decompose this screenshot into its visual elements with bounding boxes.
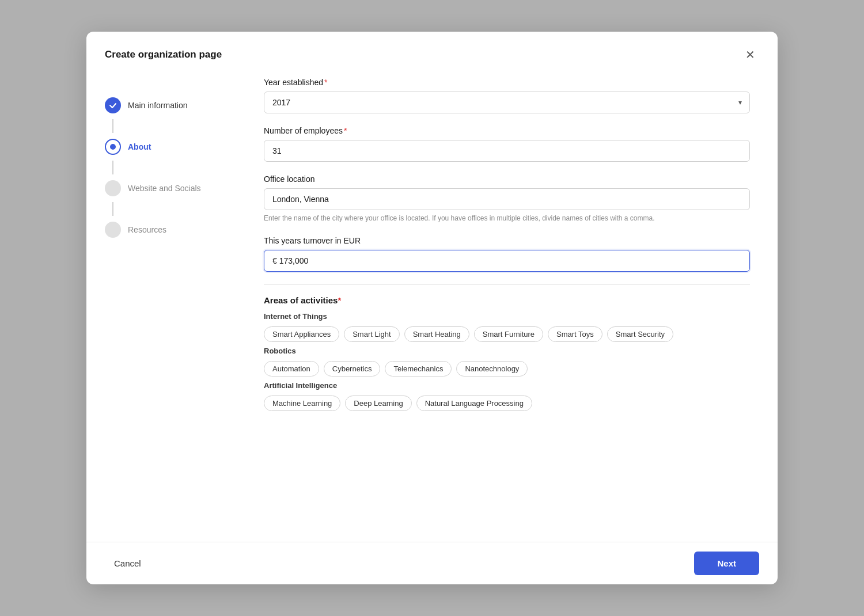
step-connector-1 <box>112 119 113 133</box>
divider <box>264 284 750 285</box>
areas-of-activities-group: Areas of activities* Internet of Things … <box>264 295 750 411</box>
turnover-group: This years turnover in EUR <box>264 236 750 272</box>
tag-nanotechnology[interactable]: Nanotechnology <box>456 361 528 377</box>
office-location-label: Office location <box>264 174 750 184</box>
year-established-label: Year established* <box>264 78 750 87</box>
year-established-select[interactable]: 2017 2018 2019 2020 2021 <box>264 92 750 113</box>
tag-smart-furniture[interactable]: Smart Furniture <box>474 326 543 342</box>
sidebar: Main information About Website and Socia… <box>86 73 236 542</box>
close-icon: ✕ <box>745 48 755 62</box>
year-established-required: * <box>324 78 327 87</box>
step-website-and-socials[interactable]: Website and Socials <box>105 174 218 202</box>
turnover-label: This years turnover in EUR <box>264 236 750 245</box>
tag-telemechanics[interactable]: Telemechanics <box>385 361 452 377</box>
office-location-group: Office location Enter the name of the ci… <box>264 174 750 223</box>
modal-overlay: Create organization page ✕ Main informat… <box>0 0 864 616</box>
robotics-tags-row: Automation Cybernetics Telemechanics Nan… <box>264 361 750 377</box>
step-icon-main-information <box>105 97 121 113</box>
next-button[interactable]: Next <box>694 552 759 575</box>
step-icon-resources <box>105 222 121 238</box>
tag-smart-heating[interactable]: Smart Heating <box>404 326 469 342</box>
modal: Create organization page ✕ Main informat… <box>86 32 778 584</box>
num-employees-label: Number of employees* <box>264 126 750 135</box>
step-about[interactable]: About <box>105 133 218 161</box>
tag-smart-toys[interactable]: Smart Toys <box>548 326 602 342</box>
step-icon-about <box>105 139 121 155</box>
areas-title: Areas of activities* <box>264 295 750 305</box>
modal-footer: Cancel Next <box>86 542 778 584</box>
close-button[interactable]: ✕ <box>741 45 759 64</box>
step-label-resources: Resources <box>128 225 166 234</box>
office-location-input[interactable] <box>264 188 750 210</box>
step-resources[interactable]: Resources <box>105 216 218 244</box>
year-established-select-wrapper: 2017 2018 2019 2020 2021 ▾ <box>264 92 750 113</box>
turnover-input[interactable] <box>264 250 750 272</box>
ai-tags-row: Machine Learning Deep Learning Natural L… <box>264 396 750 411</box>
office-location-hint: Enter the name of the city where your of… <box>264 213 750 223</box>
tag-smart-light[interactable]: Smart Light <box>344 326 399 342</box>
step-main-information[interactable]: Main information <box>105 92 218 119</box>
modal-body: Main information About Website and Socia… <box>86 73 778 542</box>
step-label-about: About <box>128 142 151 151</box>
step-connector-2 <box>112 161 113 174</box>
num-employees-group: Number of employees* <box>264 126 750 162</box>
num-employees-input[interactable] <box>264 140 750 162</box>
iot-tags-row: Smart Appliances Smart Light Smart Heati… <box>264 326 750 342</box>
tag-cybernetics[interactable]: Cybernetics <box>324 361 381 377</box>
tag-machine-learning[interactable]: Machine Learning <box>264 396 340 411</box>
form-area: Year established* 2017 2018 2019 2020 20… <box>236 73 778 542</box>
tag-smart-appliances[interactable]: Smart Appliances <box>264 326 339 342</box>
robotics-section-title: Robotics <box>264 347 750 355</box>
step-icon-website-and-socials <box>105 180 121 196</box>
modal-title: Create organization page <box>105 49 222 60</box>
ai-section-title: Artificial Intelligence <box>264 381 750 390</box>
tag-nlp[interactable]: Natural Language Processing <box>416 396 532 411</box>
tag-smart-security[interactable]: Smart Security <box>607 326 673 342</box>
step-label-main-information: Main information <box>128 101 188 110</box>
step-connector-3 <box>112 202 113 216</box>
step-dot-about <box>110 144 116 150</box>
iot-section-title: Internet of Things <box>264 312 750 321</box>
modal-header: Create organization page ✕ <box>86 32 778 73</box>
cancel-button[interactable]: Cancel <box>105 553 150 574</box>
num-employees-required: * <box>344 126 347 135</box>
tag-automation[interactable]: Automation <box>264 361 319 377</box>
step-label-website-and-socials: Website and Socials <box>128 184 201 193</box>
tag-deep-learning[interactable]: Deep Learning <box>345 396 411 411</box>
year-established-group: Year established* 2017 2018 2019 2020 20… <box>264 78 750 113</box>
